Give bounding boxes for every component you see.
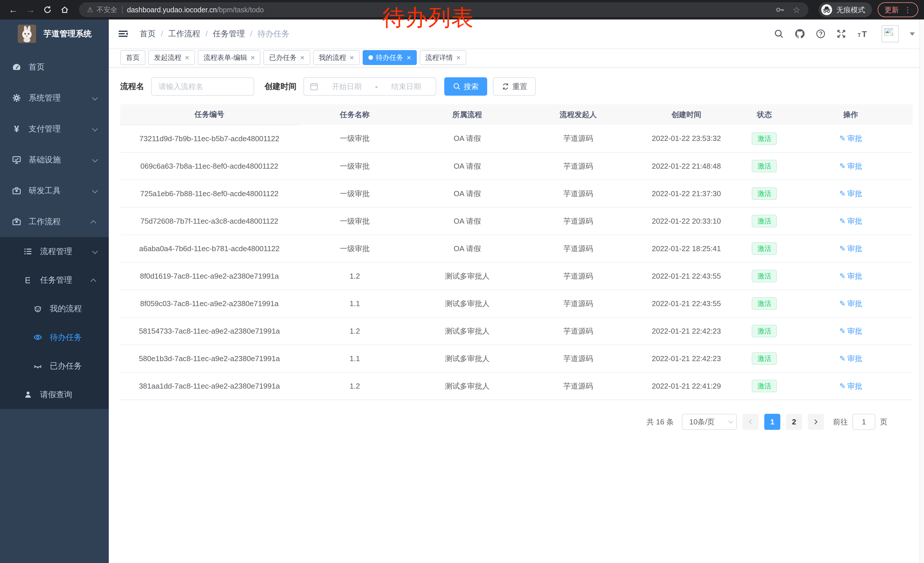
- task-name: 一级审批: [298, 235, 411, 262]
- app-logo[interactable]: 芋道管理系统: [0, 20, 109, 48]
- user-avatar[interactable]: [882, 25, 899, 42]
- chevron-down-icon: [92, 93, 96, 102]
- browser-back-button[interactable]: ←: [6, 2, 21, 17]
- close-icon[interactable]: ×: [350, 54, 354, 61]
- logo-avatar: [18, 25, 36, 43]
- approve-button[interactable]: ✎审批: [839, 381, 862, 391]
- sidebar: 芋道管理系统 首页 系统管理 ¥ 支付: [0, 20, 109, 563]
- tab-my-processes[interactable]: 我的流程×: [313, 50, 360, 65]
- sidebar-item-system[interactable]: 系统管理: [0, 83, 109, 113]
- browser-reload-button[interactable]: [40, 2, 55, 17]
- task-name: 1.2: [298, 262, 411, 290]
- close-icon[interactable]: ×: [185, 54, 189, 61]
- filter-form: 流程名 创建时间 开始日期 - 结束日期 搜索 重: [120, 77, 912, 96]
- next-page-button[interactable]: [808, 414, 824, 430]
- close-icon[interactable]: ×: [456, 54, 460, 61]
- task-id: 8f059c03-7ac8-11ec-a9e2-a2380e71991a: [120, 290, 298, 317]
- toolbox-icon: [12, 186, 22, 195]
- tab-process-form-edit[interactable]: 流程表单-编辑×: [198, 50, 261, 65]
- close-icon[interactable]: ×: [300, 54, 304, 61]
- approve-button[interactable]: ✎审批: [839, 189, 862, 199]
- task-id: 381aa1dd-7ac8-11ec-a9e2-a2380e71991a: [120, 372, 298, 400]
- breadcrumb: 首页 / 工作流程 / 任务管理 / 待办任务: [140, 29, 290, 39]
- table-row: a6aba0a4-7b6d-11ec-b781-acde48001122 一级审…: [120, 235, 912, 262]
- task-name: 1.2: [298, 317, 411, 345]
- pen-icon: ✎: [839, 272, 846, 281]
- date-range-picker[interactable]: 开始日期 - 结束日期: [303, 77, 436, 96]
- screen: ← → ⚠ 不安全 dashboard.yudao.iocoder.cn/bpm…: [0, 0, 924, 563]
- sidebar-item-leave-query[interactable]: 请假查询: [0, 380, 109, 409]
- task-time: 2022-01-22 18:25:41: [633, 235, 740, 262]
- task-name: 一级审批: [298, 207, 411, 235]
- scrollbar[interactable]: [920, 20, 924, 563]
- browser-home-button[interactable]: [57, 2, 72, 17]
- font-size-button[interactable]: TT: [857, 29, 868, 39]
- table-row: 8f059c03-7ac8-11ec-a9e2-a2380e71991a 1.1…: [120, 290, 912, 317]
- bookmark-star-icon[interactable]: ☆: [793, 5, 800, 15]
- browser-forward-button[interactable]: →: [23, 2, 38, 17]
- svg-text:T: T: [858, 32, 861, 38]
- task-starter: 芋道源码: [524, 262, 633, 290]
- search-button[interactable]: [774, 29, 784, 39]
- tab-todo-tasks[interactable]: 待办任务×: [363, 50, 417, 65]
- col-task-id: 任务编号: [120, 104, 298, 125]
- task-starter: 芋道源码: [524, 372, 633, 400]
- approve-button[interactable]: ✎审批: [839, 134, 862, 144]
- breadcrumb-current: 待办任务: [257, 29, 290, 39]
- task-starter: 芋道源码: [524, 180, 633, 207]
- approve-button[interactable]: ✎审批: [839, 216, 862, 226]
- browser-menu-icon[interactable]: ⋮: [904, 6, 911, 14]
- table-row: 725a1eb6-7b88-11ec-8ef0-acde48001122 一级审…: [120, 180, 912, 207]
- task-process: 测试多审批人: [411, 290, 524, 317]
- tab-done-tasks[interactable]: 已办任务×: [263, 50, 310, 65]
- approve-button[interactable]: ✎审批: [839, 326, 862, 336]
- tab-process-detail[interactable]: 流程详情×: [420, 50, 466, 65]
- key-icon[interactable]: [776, 5, 784, 14]
- close-icon[interactable]: ×: [407, 54, 411, 61]
- github-button[interactable]: [795, 29, 805, 39]
- sidebar-item-devtools[interactable]: 研发工具: [0, 175, 109, 206]
- approve-button[interactable]: ✎审批: [839, 354, 862, 364]
- address-bar[interactable]: ⚠ 不安全 dashboard.yudao.iocoder.cn/bpm/tas…: [79, 2, 808, 17]
- approve-button[interactable]: ✎审批: [839, 161, 862, 171]
- sidebar-item-todo-tasks[interactable]: 待办任务: [0, 323, 109, 352]
- fullscreen-button[interactable]: [836, 29, 846, 39]
- process-name-input[interactable]: [151, 77, 254, 96]
- sidebar-item-my-processes[interactable]: 我的流程: [0, 294, 109, 323]
- browser-update-button[interactable]: 更新 ⋮: [878, 2, 918, 17]
- page-button-1[interactable]: 1: [764, 414, 780, 430]
- hamburger-icon: [118, 29, 128, 39]
- sidebar-item-home[interactable]: 首页: [0, 51, 109, 83]
- search-submit-button[interactable]: 搜索: [444, 77, 487, 96]
- sidebar-item-done-tasks[interactable]: 已办任务: [0, 352, 109, 380]
- page-size-select[interactable]: 10条/页: [682, 414, 737, 430]
- avatar-caret-icon[interactable]: [910, 32, 915, 38]
- sidebar-item-infrastructure[interactable]: 基础设施: [0, 144, 109, 175]
- sidebar-collapse-button[interactable]: [117, 27, 129, 40]
- breadcrumb-home[interactable]: 首页: [140, 29, 156, 39]
- goto-page-input[interactable]: [852, 414, 875, 430]
- tab-home[interactable]: 首页: [120, 50, 146, 65]
- status-badge: 激活: [752, 242, 777, 255]
- sidebar-item-workflow[interactable]: 工作流程: [0, 206, 109, 237]
- sidebar-item-payment[interactable]: ¥ 支付管理: [0, 113, 109, 144]
- task-name: 一级审批: [298, 180, 411, 207]
- help-button[interactable]: [816, 29, 825, 39]
- approve-button[interactable]: ✎审批: [839, 299, 862, 309]
- page-button-2[interactable]: 2: [786, 414, 802, 430]
- close-icon[interactable]: ×: [250, 54, 255, 61]
- pen-icon: ✎: [839, 162, 846, 171]
- reset-button[interactable]: 重置: [493, 77, 536, 96]
- chevron-right-icon: [813, 419, 818, 424]
- tab-start-process[interactable]: 发起流程×: [148, 50, 195, 65]
- pen-icon: ✎: [839, 244, 846, 253]
- sidebar-item-task-management[interactable]: 任务管理: [0, 266, 109, 294]
- table-header-row: 任务编号 任务名称 所属流程 流程发起人 创建时间 状态 操作: [120, 104, 912, 125]
- task-time: 2022-01-22 21:37:30: [633, 180, 740, 207]
- approve-button[interactable]: ✎审批: [839, 271, 862, 281]
- prev-page-button[interactable]: [742, 414, 759, 430]
- task-time: 2022-01-21 22:43:55: [633, 290, 740, 317]
- task-time: 2022-01-21 22:43:55: [633, 262, 740, 290]
- approve-button[interactable]: ✎审批: [839, 244, 862, 254]
- sidebar-item-process-management[interactable]: 流程管理: [0, 237, 109, 266]
